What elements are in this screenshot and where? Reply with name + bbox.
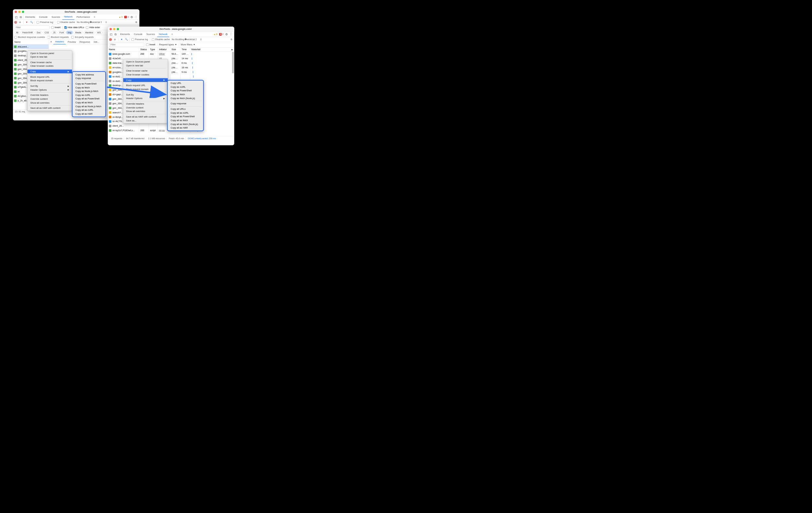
tab-network[interactable]: Network <box>62 14 75 20</box>
table-row[interactable]: www.google.com200docOther56.6…149 … <box>108 52 234 56</box>
copy-all-as-har[interactable]: Copy all as HAR <box>168 126 203 130</box>
warning-badge[interactable]: ▲8 <box>213 33 218 36</box>
copy-as-powershell[interactable]: Copy as PowerShell <box>168 89 203 92</box>
pill-css[interactable]: CSS <box>43 31 51 34</box>
search-icon[interactable]: 🔍 <box>125 38 128 41</box>
ctx-clear-cookies[interactable]: Clear browser cookies <box>123 73 168 77</box>
ctx-block-url[interactable]: Block request URL <box>28 75 72 79</box>
ctx-clear-cache[interactable]: Clear browser cache <box>123 69 168 73</box>
invert-checkbox[interactable]: Invert <box>51 26 60 28</box>
col-type[interactable]: Type <box>149 48 158 52</box>
pill-font[interactable]: Font <box>58 31 65 34</box>
ctx-block-url[interactable]: Block request URL <box>123 84 168 87</box>
subtab-response[interactable]: Response <box>78 39 92 44</box>
copy-all-as-powershell[interactable]: Copy all as PowerShell <box>72 97 105 101</box>
col-name[interactable]: Name <box>108 48 139 52</box>
minimize-icon[interactable] <box>19 11 21 13</box>
close-icon[interactable] <box>110 28 112 30</box>
inspect-icon[interactable]: ◰ <box>109 32 113 36</box>
third-party-checkbox[interactable]: 3rd-party requests <box>71 36 93 38</box>
ctx-override-headers[interactable]: Override headers <box>28 93 72 97</box>
hide-ext-checkbox[interactable]: Hide exter <box>86 26 100 28</box>
inspect-icon[interactable]: ◰ <box>14 15 18 19</box>
ctx-clear-cookies[interactable]: Clear browser cookies <box>28 64 72 68</box>
request-types-dropdown[interactable]: Request types ▼ <box>159 44 177 46</box>
ctx-header-options[interactable]: Header Options▶ <box>123 97 168 100</box>
tab-sources[interactable]: Sources <box>145 31 157 37</box>
error-badge[interactable]: ⚑2 <box>219 33 224 36</box>
ctx-open-newtab[interactable]: Open in new tab <box>28 55 72 59</box>
col-waterfall[interactable]: Waterfall▲ <box>190 48 234 52</box>
ctx-open-sources[interactable]: Open in Sources panel <box>123 60 168 64</box>
clear-icon[interactable]: ⊘ <box>114 38 117 41</box>
close-icon[interactable] <box>15 11 17 13</box>
copy-all-as-fetch[interactable]: Copy all as fetch <box>168 118 203 123</box>
tab-console[interactable]: Console <box>37 14 50 20</box>
pill-all[interactable]: All <box>14 31 20 34</box>
blocked-cookies-checkbox[interactable]: Blocked response cookies <box>14 36 45 38</box>
pill-doc[interactable]: Doc <box>35 31 42 34</box>
filter-icon[interactable]: ▼ <box>25 21 28 24</box>
ctx-show-overrides[interactable]: Show all overrides <box>28 101 72 105</box>
pill-js[interactable]: JS <box>52 31 57 34</box>
disable-cache-checkbox[interactable]: Disable cache <box>57 21 75 23</box>
pill-manifest[interactable]: Manifest <box>84 31 95 34</box>
invert-checkbox[interactable]: Invert <box>146 44 155 46</box>
ctx-show-overrides[interactable]: Show all overrides <box>123 109 168 113</box>
ctx-sortby[interactable]: Sort By▶ <box>123 92 168 97</box>
tab-console[interactable]: Console <box>132 31 144 37</box>
tab-elements[interactable]: Elements <box>24 14 37 20</box>
copy-as-powershell[interactable]: Copy as PowerShell <box>72 82 105 86</box>
copy-link-address[interactable]: Copy link address <box>72 73 105 76</box>
tab-performance[interactable]: Performance <box>75 14 92 20</box>
upload-icon[interactable]: ↥ <box>195 38 198 41</box>
copy-all-as-curl[interactable]: Copy all as cURL <box>72 108 105 112</box>
copy-response[interactable]: Copy response <box>168 102 203 106</box>
ctx-sortby[interactable]: Sort By▶ <box>28 84 72 88</box>
tabs-overflow[interactable]: » <box>92 14 97 20</box>
more-filters-dropdown[interactable]: More filters ▼ <box>181 44 196 46</box>
col-time[interactable]: Time <box>181 48 190 52</box>
minimize-icon[interactable] <box>113 28 116 30</box>
blocked-requests-checkbox[interactable]: Blocked requests <box>48 36 69 38</box>
ctx-open-newtab[interactable]: Open in new tab <box>123 63 168 68</box>
gear-icon[interactable]: ⚙ <box>130 15 134 19</box>
name-column-header[interactable]: Name <box>13 39 49 44</box>
filter-input[interactable] <box>109 43 144 47</box>
filter-input[interactable] <box>14 26 49 29</box>
copy-as-fetch[interactable]: Copy as fetch <box>168 92 203 97</box>
ctx-open-sources[interactable]: Open in Sources panel <box>28 51 72 55</box>
ctx-clear-cache[interactable]: Clear browser cache <box>28 60 72 64</box>
subtab-preview[interactable]: Preview <box>66 39 78 44</box>
copy-all-as-fetch-nodejs[interactable]: Copy all as fetch (Node.js) <box>168 122 203 126</box>
copy-all-as-fetch[interactable]: Copy all as fetch <box>72 101 105 105</box>
ctx-override-headers[interactable]: Override headers <box>123 102 168 106</box>
wifi-icon[interactable]: �widehat <box>188 38 191 41</box>
ctx-copy[interactable]: Copy▶ <box>123 78 168 82</box>
ctx-block-domain[interactable]: Block request domain <box>28 79 72 83</box>
copy-all-as-nodejs-fetch[interactable]: Copy all as Node.js fetch <box>72 104 105 108</box>
copy-as-curl[interactable]: Copy as cURL <box>72 93 105 97</box>
gear-icon[interactable]: ⚙ <box>230 38 233 41</box>
gear-icon[interactable]: ⚙ <box>135 21 138 24</box>
col-status[interactable]: Status <box>139 48 149 52</box>
wifi-icon[interactable]: �widehat <box>93 21 96 24</box>
col-size[interactable]: Size <box>171 48 181 52</box>
filter-icon[interactable]: ▼ <box>120 38 123 41</box>
warning-badge[interactable]: ▲3 <box>118 16 123 19</box>
record-button[interactable] <box>14 21 17 24</box>
kebab-icon[interactable]: ⋮ <box>229 32 233 36</box>
preserve-log-checkbox[interactable]: Preserve log <box>36 21 53 23</box>
copy-as-fetch-nodejs[interactable]: Copy as fetch (Node.js) <box>168 96 203 100</box>
gear-icon[interactable]: ⚙ <box>225 32 229 36</box>
hide-data-urls-checkbox[interactable]: Hide data URLs <box>64 26 84 28</box>
ctx-copy[interactable]: Copy▶ <box>28 70 72 74</box>
download-icon[interactable]: ↧ <box>105 21 108 24</box>
pill-img[interactable]: Img <box>66 31 73 34</box>
tab-network[interactable]: Network <box>157 31 169 37</box>
pill-ws[interactable]: WS <box>95 31 102 34</box>
pill-media[interactable]: Media <box>74 31 83 34</box>
ctx-save-har[interactable]: Save all as HAR with content <box>123 115 168 119</box>
scrollbar[interactable] <box>232 52 234 74</box>
copy-as-nodejs-fetch[interactable]: Copy as Node.js fetch <box>72 89 105 93</box>
